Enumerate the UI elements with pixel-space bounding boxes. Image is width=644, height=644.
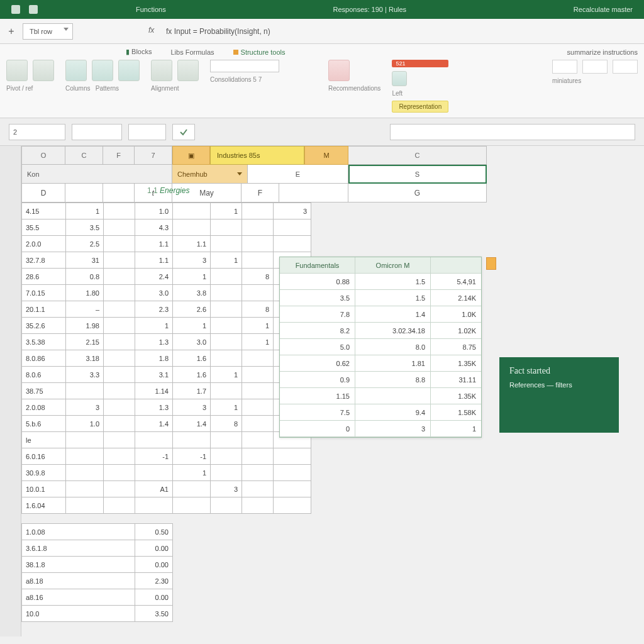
grid-cell[interactable]: 8 [242, 269, 274, 285]
grid-cell[interactable] [104, 219, 135, 236]
grid2-cell[interactable]: 1.0.08 [22, 524, 135, 540]
grid-cell[interactable]: 2.0.08 [22, 399, 66, 416]
name-box[interactable] [9, 124, 65, 140]
grid-cell[interactable]: 1 [242, 334, 274, 350]
inset-cell[interactable]: 0.62 [280, 355, 355, 372]
grid-cell[interactable] [242, 285, 274, 301]
grid-cell[interactable] [242, 497, 274, 514]
grid-cell[interactable]: 2.0.0 [22, 236, 66, 252]
sheet-tab[interactable]: Tbl row [23, 23, 73, 40]
ribbon-dropdown-1[interactable] [210, 60, 279, 72]
grid-cell[interactable]: le [22, 432, 66, 448]
grid-cell[interactable] [104, 481, 135, 497]
grid2-cell[interactable]: a8.18 [22, 573, 135, 589]
cell-preview-1[interactable] [72, 124, 122, 140]
grid-cell[interactable]: 2.5 [66, 236, 104, 252]
grid-cell[interactable] [211, 383, 242, 399]
grid-cell[interactable]: 1.1 [173, 236, 211, 252]
grid-cell[interactable]: 38.75 [22, 383, 66, 399]
grid-cell[interactable]: 0.8 [66, 269, 104, 285]
grid-cell[interactable]: 5.b.6 [22, 416, 66, 432]
grid-cell[interactable] [242, 448, 274, 465]
grid-cell[interactable] [104, 285, 135, 301]
lbl-cell[interactable] [103, 184, 135, 203]
col-header[interactable]: O [21, 146, 65, 165]
grid-cell[interactable] [104, 416, 135, 432]
grid-cell[interactable] [211, 269, 242, 285]
grid-cell[interactable]: 3.3 [66, 367, 104, 383]
inset-cell[interactable]: 31.11 [431, 372, 481, 388]
cell-preview-2[interactable] [128, 124, 166, 140]
inset-cell[interactable]: 1.02K [431, 323, 481, 339]
grid2-cell[interactable]: 10.0 [22, 606, 135, 622]
confirm-button[interactable] [172, 124, 195, 140]
ribbon-button-8[interactable] [392, 71, 407, 86]
inset-cell[interactable]: 1.0K [431, 306, 481, 323]
grid-cell[interactable] [242, 252, 274, 269]
inset-cell[interactable]: 0.9 [280, 372, 355, 388]
grid-cell[interactable] [211, 350, 242, 367]
ribbon-button-1[interactable] [6, 60, 28, 81]
col-header[interactable]: 7 [135, 146, 172, 165]
formula-bar-text[interactable]: fx Input = Probability(Insight, n) [166, 27, 270, 36]
grid-cell[interactable] [274, 448, 311, 465]
grid-cell[interactable]: 1.6.04 [22, 497, 66, 514]
inset-cell[interactable]: 8.8 [355, 372, 431, 388]
row-gutter[interactable] [0, 146, 21, 636]
grid-cell[interactable]: 2.15 [66, 334, 104, 350]
grid-cell[interactable]: 1.7 [173, 383, 211, 399]
lbl-cell[interactable] [65, 184, 103, 203]
grid-cell[interactable]: 1.6 [173, 367, 211, 383]
selected-cell[interactable]: S [348, 165, 487, 184]
grid-cell[interactable] [66, 383, 104, 399]
grid-cell[interactable] [242, 219, 274, 236]
grid-cell[interactable]: 1.80 [66, 285, 104, 301]
grid2-cell[interactable]: 0.00 [135, 557, 173, 573]
header-tab-m[interactable]: M [304, 146, 348, 165]
ribbon-button-2[interactable] [33, 60, 54, 81]
grid-cell[interactable] [242, 236, 274, 252]
inset-panel[interactable]: Fundamentals Omicron M 0.881.55.4,913.51… [279, 257, 482, 438]
grid-cell[interactable] [242, 399, 274, 416]
grid-cell[interactable]: 30.9.8 [22, 465, 66, 481]
grid-cell[interactable]: 1 [66, 203, 104, 219]
sparkline-2[interactable] [582, 60, 608, 74]
grid-cell[interactable] [211, 497, 242, 514]
inset-cell[interactable]: 1.35K [431, 388, 481, 404]
grid-cell[interactable] [242, 203, 274, 219]
grid-cell[interactable]: 4.3 [135, 219, 173, 236]
grid-cell[interactable] [173, 481, 211, 497]
grid-cell[interactable] [211, 448, 242, 465]
grid2-cell[interactable]: 3.6.1.8 [22, 540, 135, 557]
titlebar-right[interactable]: Recalculate master [562, 6, 644, 13]
lbl-cell[interactable]: D [21, 184, 65, 203]
grid-cell[interactable]: 3.0 [173, 334, 211, 350]
inset-cell[interactable] [355, 388, 431, 404]
grid-cell[interactable]: 1 [173, 318, 211, 334]
grid-cell[interactable] [274, 497, 311, 514]
grid2-cell[interactable]: 3.50 [135, 606, 173, 622]
grid-cell[interactable]: 28.6 [22, 269, 66, 285]
grid-cell[interactable]: 1.4 [173, 416, 211, 432]
grid-cell[interactable] [211, 465, 242, 481]
grid-cell[interactable] [242, 350, 274, 367]
grid-cell[interactable] [104, 334, 135, 350]
grid2-cell[interactable]: a8.16 [22, 589, 135, 606]
inset-cell[interactable]: 5.0 [280, 339, 355, 355]
grid-cell[interactable]: 2.4 [135, 269, 173, 285]
grid-cell[interactable] [135, 465, 173, 481]
chevron-down-icon[interactable] [64, 28, 69, 31]
inset-cell[interactable]: 1.5 [355, 290, 431, 306]
ribbon-button-7[interactable] [177, 60, 199, 81]
grid-cell[interactable]: 1.0 [135, 203, 173, 219]
grid-cell[interactable]: 1 [211, 252, 242, 269]
grid-cell[interactable]: 3 [211, 481, 242, 497]
grid-cell[interactable]: 3.18 [66, 350, 104, 367]
subhdr-chemhub[interactable]: Chemhub [172, 165, 248, 184]
grid-cell[interactable] [274, 236, 311, 252]
grid-cell[interactable]: 1.1 [135, 252, 173, 269]
sparkline-1[interactable] [552, 60, 577, 74]
sparkline-3[interactable] [613, 60, 638, 74]
grid-cell[interactable]: 8 [211, 416, 242, 432]
grid-cell[interactable]: – [66, 301, 104, 318]
